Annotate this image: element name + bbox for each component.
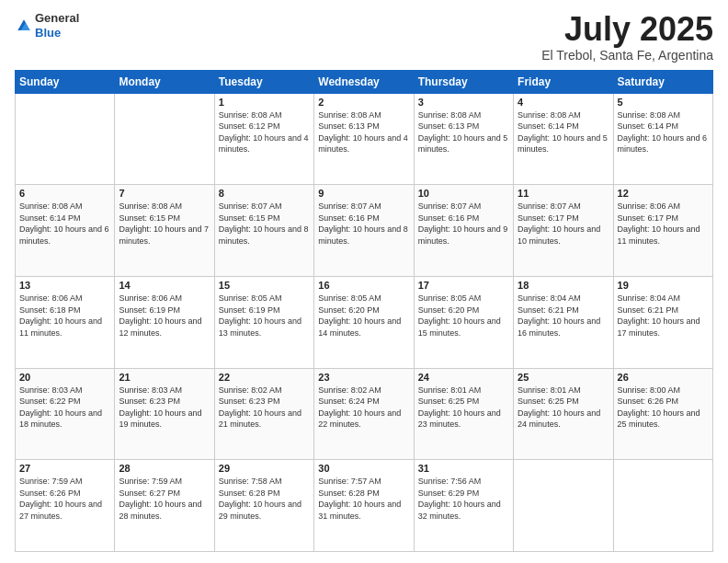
day-number: 1 xyxy=(219,97,310,108)
calendar-cell xyxy=(613,460,712,552)
calendar-cell: 21Sunrise: 8:03 AM Sunset: 6:23 PM Dayli… xyxy=(115,368,214,460)
calendar-cell: 1Sunrise: 8:08 AM Sunset: 6:12 PM Daylig… xyxy=(214,93,313,185)
day-info: Sunrise: 8:08 AM Sunset: 6:13 PM Dayligh… xyxy=(318,109,409,155)
day-number: 14 xyxy=(119,280,210,291)
day-info: Sunrise: 8:04 AM Sunset: 6:21 PM Dayligh… xyxy=(618,293,709,339)
calendar-cell: 30Sunrise: 7:57 AM Sunset: 6:28 PM Dayli… xyxy=(314,460,414,552)
day-number: 24 xyxy=(418,372,509,383)
logo-general: General xyxy=(35,11,79,26)
day-number: 21 xyxy=(119,372,210,383)
day-number: 12 xyxy=(618,188,709,199)
title-month: July 2025 xyxy=(541,11,713,48)
calendar-cell: 18Sunrise: 8:04 AM Sunset: 6:21 PM Dayli… xyxy=(514,276,613,368)
day-number: 20 xyxy=(19,372,110,383)
calendar-cell: 8Sunrise: 8:07 AM Sunset: 6:15 PM Daylig… xyxy=(214,185,313,277)
day-number: 25 xyxy=(518,372,609,383)
day-info: Sunrise: 7:57 AM Sunset: 6:28 PM Dayligh… xyxy=(318,476,409,522)
calendar-cell: 7Sunrise: 8:08 AM Sunset: 6:15 PM Daylig… xyxy=(115,185,214,277)
day-info: Sunrise: 8:07 AM Sunset: 6:16 PM Dayligh… xyxy=(318,201,409,247)
calendar-cell: 26Sunrise: 8:00 AM Sunset: 6:26 PM Dayli… xyxy=(613,368,712,460)
day-info: Sunrise: 8:08 AM Sunset: 6:14 PM Dayligh… xyxy=(518,109,609,155)
day-number: 11 xyxy=(518,188,609,199)
day-number: 13 xyxy=(19,280,110,291)
day-info: Sunrise: 8:01 AM Sunset: 6:25 PM Dayligh… xyxy=(518,385,609,431)
calendar-header-row: Sunday Monday Tuesday Wednesday Thursday… xyxy=(16,70,713,93)
calendar-cell: 12Sunrise: 8:06 AM Sunset: 6:17 PM Dayli… xyxy=(613,185,712,277)
calendar-cell: 13Sunrise: 8:06 AM Sunset: 6:18 PM Dayli… xyxy=(16,276,115,368)
calendar-cell: 10Sunrise: 8:07 AM Sunset: 6:16 PM Dayli… xyxy=(414,185,513,277)
day-number: 26 xyxy=(618,372,709,383)
logo-icon xyxy=(15,17,33,35)
day-info: Sunrise: 8:08 AM Sunset: 6:14 PM Dayligh… xyxy=(618,109,709,155)
calendar-cell: 5Sunrise: 8:08 AM Sunset: 6:14 PM Daylig… xyxy=(613,93,712,185)
day-number: 8 xyxy=(219,188,310,199)
calendar-cell: 9Sunrise: 8:07 AM Sunset: 6:16 PM Daylig… xyxy=(314,185,414,277)
day-number: 7 xyxy=(119,188,210,199)
day-number: 19 xyxy=(618,280,709,291)
day-info: Sunrise: 8:08 AM Sunset: 6:12 PM Dayligh… xyxy=(219,109,310,155)
col-thursday: Thursday xyxy=(414,70,513,93)
day-number: 2 xyxy=(318,97,409,108)
calendar-cell: 4Sunrise: 8:08 AM Sunset: 6:14 PM Daylig… xyxy=(514,93,613,185)
day-info: Sunrise: 8:07 AM Sunset: 6:15 PM Dayligh… xyxy=(219,201,310,247)
page: General Blue July 2025 El Trebol, Santa … xyxy=(0,0,728,563)
day-info: Sunrise: 8:02 AM Sunset: 6:23 PM Dayligh… xyxy=(219,385,310,431)
day-info: Sunrise: 8:07 AM Sunset: 6:16 PM Dayligh… xyxy=(418,201,509,247)
calendar-cell: 28Sunrise: 7:59 AM Sunset: 6:27 PM Dayli… xyxy=(115,460,214,552)
calendar-cell: 6Sunrise: 8:08 AM Sunset: 6:14 PM Daylig… xyxy=(16,185,115,277)
title-block: July 2025 El Trebol, Santa Fe, Argentina xyxy=(541,11,713,63)
day-number: 5 xyxy=(618,97,709,108)
calendar-cell: 3Sunrise: 8:08 AM Sunset: 6:13 PM Daylig… xyxy=(414,93,513,185)
calendar-cell: 19Sunrise: 8:04 AM Sunset: 6:21 PM Dayli… xyxy=(613,276,712,368)
calendar-week-5: 27Sunrise: 7:59 AM Sunset: 6:26 PM Dayli… xyxy=(16,460,713,552)
day-info: Sunrise: 7:56 AM Sunset: 6:29 PM Dayligh… xyxy=(418,476,509,522)
day-number: 22 xyxy=(219,372,310,383)
calendar-cell xyxy=(115,93,214,185)
day-info: Sunrise: 8:05 AM Sunset: 6:20 PM Dayligh… xyxy=(318,293,409,339)
calendar-cell: 16Sunrise: 8:05 AM Sunset: 6:20 PM Dayli… xyxy=(314,276,414,368)
calendar-cell: 17Sunrise: 8:05 AM Sunset: 6:20 PM Dayli… xyxy=(414,276,513,368)
day-number: 18 xyxy=(518,280,609,291)
calendar-week-3: 13Sunrise: 8:06 AM Sunset: 6:18 PM Dayli… xyxy=(16,276,713,368)
col-saturday: Saturday xyxy=(613,70,712,93)
calendar-cell xyxy=(514,460,613,552)
calendar-week-1: 1Sunrise: 8:08 AM Sunset: 6:12 PM Daylig… xyxy=(16,93,713,185)
day-number: 16 xyxy=(318,280,409,291)
day-info: Sunrise: 8:08 AM Sunset: 6:14 PM Dayligh… xyxy=(19,201,110,247)
calendar-cell: 2Sunrise: 8:08 AM Sunset: 6:13 PM Daylig… xyxy=(314,93,414,185)
col-monday: Monday xyxy=(115,70,214,93)
day-info: Sunrise: 8:08 AM Sunset: 6:13 PM Dayligh… xyxy=(418,109,509,155)
col-tuesday: Tuesday xyxy=(214,70,313,93)
day-info: Sunrise: 8:05 AM Sunset: 6:19 PM Dayligh… xyxy=(219,293,310,339)
day-info: Sunrise: 8:01 AM Sunset: 6:25 PM Dayligh… xyxy=(418,385,509,431)
col-sunday: Sunday xyxy=(16,70,115,93)
calendar-week-4: 20Sunrise: 8:03 AM Sunset: 6:22 PM Dayli… xyxy=(16,368,713,460)
col-wednesday: Wednesday xyxy=(314,70,414,93)
col-friday: Friday xyxy=(514,70,613,93)
calendar-cell: 15Sunrise: 8:05 AM Sunset: 6:19 PM Dayli… xyxy=(214,276,313,368)
day-number: 6 xyxy=(19,188,110,199)
day-number: 27 xyxy=(19,463,110,474)
day-number: 29 xyxy=(219,463,310,474)
day-info: Sunrise: 8:03 AM Sunset: 6:23 PM Dayligh… xyxy=(119,385,210,431)
logo-blue: Blue xyxy=(35,26,79,40)
day-info: Sunrise: 8:02 AM Sunset: 6:24 PM Dayligh… xyxy=(318,385,409,431)
day-number: 28 xyxy=(119,463,210,474)
day-number: 31 xyxy=(418,463,509,474)
calendar-cell xyxy=(16,93,115,185)
day-info: Sunrise: 7:59 AM Sunset: 6:26 PM Dayligh… xyxy=(19,476,110,522)
calendar-cell: 25Sunrise: 8:01 AM Sunset: 6:25 PM Dayli… xyxy=(514,368,613,460)
day-number: 15 xyxy=(219,280,310,291)
calendar-cell: 29Sunrise: 7:58 AM Sunset: 6:28 PM Dayli… xyxy=(214,460,313,552)
day-info: Sunrise: 8:07 AM Sunset: 6:17 PM Dayligh… xyxy=(518,201,609,247)
calendar-cell: 14Sunrise: 8:06 AM Sunset: 6:19 PM Dayli… xyxy=(115,276,214,368)
calendar-cell: 20Sunrise: 8:03 AM Sunset: 6:22 PM Dayli… xyxy=(16,368,115,460)
calendar-cell: 27Sunrise: 7:59 AM Sunset: 6:26 PM Dayli… xyxy=(16,460,115,552)
calendar-cell: 11Sunrise: 8:07 AM Sunset: 6:17 PM Dayli… xyxy=(514,185,613,277)
calendar-table: Sunday Monday Tuesday Wednesday Thursday… xyxy=(15,70,713,552)
day-info: Sunrise: 8:06 AM Sunset: 6:17 PM Dayligh… xyxy=(618,201,709,247)
calendar-cell: 23Sunrise: 8:02 AM Sunset: 6:24 PM Dayli… xyxy=(314,368,414,460)
day-info: Sunrise: 8:03 AM Sunset: 6:22 PM Dayligh… xyxy=(19,385,110,431)
day-info: Sunrise: 8:06 AM Sunset: 6:18 PM Dayligh… xyxy=(19,293,110,339)
day-number: 23 xyxy=(318,372,409,383)
